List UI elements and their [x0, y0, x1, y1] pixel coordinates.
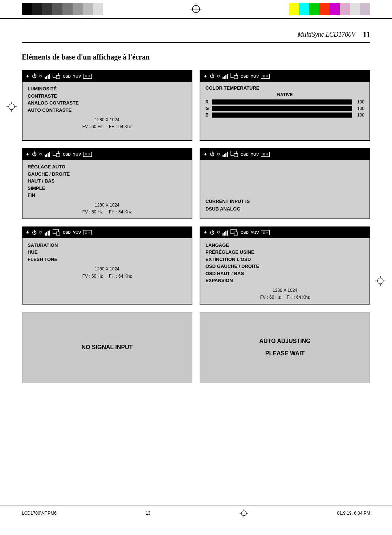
r-value: 100: [354, 99, 364, 105]
osd-toolbar-1: ✦ ⏻ ↻: [23, 71, 192, 82]
left-reg-mark: [7, 102, 17, 113]
swatch: [93, 3, 103, 15]
menu-item: HUE: [28, 249, 187, 256]
menu-item: SIMPLE: [28, 185, 187, 192]
g-label: G: [205, 106, 210, 111]
svg-rect-22: [234, 232, 238, 235]
input-icon: ⊞≡: [83, 74, 91, 79]
screen-icon: [53, 229, 61, 236]
top-banner: [0, 0, 392, 19]
arrows-icon: ↻: [39, 230, 42, 235]
osd-box-4: ✦ ⏻ ↻ OSD YUV ⊞≡: [200, 148, 370, 219]
osd-text: OSD: [63, 74, 71, 78]
svg-point-10: [377, 278, 383, 284]
color-strip-right: [289, 3, 370, 15]
osd-grid: ✦ ⏻ ↻: [22, 70, 370, 383]
footer-left: LCD1700V-F.PM6: [22, 511, 57, 516]
screen-icon: [230, 73, 238, 79]
menu-item: EXTINCITION L'OSD: [205, 256, 364, 263]
svg-rect-12: [56, 75, 60, 79]
osd-toolbar-6: ✦ ⏻ ↻ OSD YUV ⊞≡: [200, 227, 369, 238]
bars-icon: [222, 230, 228, 236]
osd-text: OSD: [63, 230, 71, 234]
swatch: [52, 3, 62, 15]
swatch-red: [319, 3, 330, 15]
menu-item: PRÉRÉGLAGE USINE: [205, 249, 364, 256]
native-label: NATIVE: [205, 92, 364, 97]
b-label: B: [205, 113, 210, 118]
osd-toolbar-4: ✦ ⏻ ↻ OSD YUV ⊞≡: [200, 149, 369, 160]
power-icon: ⏻: [210, 151, 215, 157]
arrows-icon: ↻: [217, 152, 220, 157]
sun-icon: ✦: [203, 229, 208, 236]
no-signal-text: NO SIGNAL INPUT: [81, 344, 132, 351]
color-bar-r: R 100: [205, 99, 364, 105]
svg-rect-20: [56, 232, 60, 235]
page-header: MultiSync LCD1700V 11: [22, 30, 370, 43]
footer-center: 13: [146, 511, 150, 516]
right-reg-mark: [375, 276, 385, 287]
osd-text: OSD: [241, 74, 249, 78]
yuv-label: YUV: [251, 152, 259, 156]
osd-box-1: ✦ ⏻ ↻: [22, 70, 192, 141]
osd-content-2: COLOR TEMPERATURE NATIVE R 100 G 100 B 1…: [200, 82, 369, 122]
osd-content-3: RÉGLAGE AUTO GAUCHE / DROITE HAUT / BAS …: [23, 160, 192, 219]
color-bar-b: B 100: [205, 113, 364, 118]
osd-toolbar-2: ✦ ⏻ ↻ OSD YUV ⊞≡: [200, 71, 369, 82]
power-icon: ⏻: [210, 230, 215, 236]
swatch-pink: [340, 3, 350, 15]
menu-item: OSD GAUCHE / DROITE: [205, 263, 364, 270]
power-icon: ⏻: [210, 73, 215, 79]
swatch-magenta: [330, 3, 340, 15]
osd-box-auto-adjust: AUTO ADJUSTING PLEASE WAIT: [200, 312, 370, 383]
sun-icon: ✦: [203, 73, 208, 79]
swatch: [22, 3, 32, 15]
color-bar-g: G 100: [205, 106, 364, 111]
osd-content-6: LANGAGE PRÉRÉGLAGE USINE EXTINCITION L'O…: [200, 238, 369, 304]
swatch: [73, 3, 83, 15]
sun-icon: ✦: [25, 151, 30, 158]
yuv-label: YUV: [73, 74, 81, 78]
swatch-yellow: [289, 3, 299, 15]
osd-text: OSD: [241, 230, 249, 234]
screen-icon: [53, 151, 61, 158]
swatch-cyan: [299, 3, 309, 15]
menu-item: AUTO CONTRASTE: [28, 107, 187, 114]
osd-box-5: ✦ ⏻ ↻ OSD YUV ⊞≡: [22, 226, 192, 305]
menu-item: GAUCHE / DROITE: [28, 171, 187, 178]
menu-item: SATURATION: [28, 242, 187, 249]
bars-icon: [45, 73, 50, 79]
center-crosshair-area: [103, 3, 289, 15]
input-icon: ⊞≡: [261, 74, 269, 79]
sun-icon: ✦: [25, 229, 30, 236]
menu-item: LUMINOSITÉ: [28, 85, 187, 93]
menu-item: OSD HAUT / BAS: [205, 270, 364, 277]
bars-icon: [222, 73, 228, 79]
menu-item: FIN: [28, 192, 187, 199]
bars-icon: [222, 151, 228, 157]
yuv-label: YUV: [73, 230, 81, 235]
swatch: [83, 3, 93, 15]
osd-content-5: SATURATION HUE FLESH TONE 1280 X 1024FV …: [23, 238, 192, 283]
osd-content-4: CURRENT INPUT IS DSUB ANALOG: [200, 160, 369, 216]
input-icon: ⊞≡: [261, 230, 269, 235]
swatch: [62, 3, 73, 15]
swatch-green: [309, 3, 319, 15]
svg-point-25: [241, 511, 246, 516]
yuv-label: YUV: [251, 74, 259, 78]
screen-icon: [230, 151, 238, 158]
menu-item: RÉGLAGE AUTO: [28, 163, 187, 171]
swatch-lavender: [360, 3, 370, 15]
osd-resolution: 1280 X 1024FV : 60 Hz FH : 64 Khz: [28, 266, 187, 279]
swatch: [42, 3, 52, 15]
sun-icon: ✦: [25, 73, 30, 79]
osd-toolbar-5: ✦ ⏻ ↻ OSD YUV ⊞≡: [23, 227, 192, 238]
screen-icon: [53, 73, 61, 79]
osd-text: OSD: [63, 152, 71, 156]
osd-text: OSD: [241, 152, 249, 156]
sun-icon: ✦: [203, 151, 208, 158]
osd-resolution: 1280 X 1024FV : 60 Hz FH : 64 Khz: [28, 202, 187, 216]
g-track: [212, 106, 352, 111]
svg-point-7: [9, 104, 15, 110]
bars-icon: [45, 151, 50, 157]
